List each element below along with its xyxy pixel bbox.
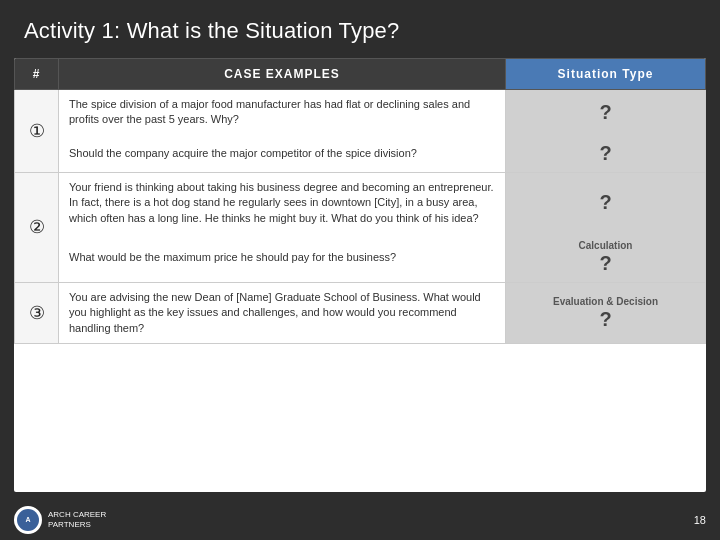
situation-type-1a: ? [506,90,706,135]
table-header-row: # CASE EXAMPLES Situation Type [15,59,706,90]
case-text-2a: Your friend is thinking about taking his… [59,172,506,233]
group-number-3: ③ [15,282,59,343]
case-text-3a: You are advising the new Dean of [Name] … [59,282,506,343]
table-row: ③ You are advising the new Dean of [Name… [15,282,706,343]
page: Activity 1: What is the Situation Type? … [0,0,720,540]
situation-type-3a: Evaluation & Decision ? [506,282,706,343]
logo-area: A ARCH CAREER PARTNERS [14,506,106,534]
table-row: ② Your friend is thinking about taking h… [15,172,706,233]
col-header-case: CASE EXAMPLES [59,59,506,90]
case-examples-table: # CASE EXAMPLES Situation Type ① The spi… [14,58,706,344]
table-row: What would be the maximum price he shoul… [15,233,706,283]
case-text-2b: What would be the maximum price he shoul… [59,233,506,283]
case-text-1a: The spice division of a major food manuf… [59,90,506,135]
logo-label: ARCH CAREER PARTNERS [48,510,106,529]
situation-type-2b: Calculation ? [506,233,706,283]
page-title: Activity 1: What is the Situation Type? [24,18,696,44]
group-number-1: ① [15,90,59,173]
col-header-situation: Situation Type [506,59,706,90]
logo-icon-text: A [25,516,30,524]
footer: A ARCH CAREER PARTNERS 18 [0,502,720,540]
table-row: Should the company acquire the major com… [15,135,706,173]
group-number-2: ② [15,172,59,282]
col-header-num: # [15,59,59,90]
logo-inner: A [17,509,39,531]
situation-type-2a: ? [506,172,706,233]
situation-type-1b: ? [506,135,706,173]
page-number: 18 [694,514,706,526]
case-text-1b: Should the company acquire the major com… [59,135,506,173]
table-row: ① The spice division of a major food man… [15,90,706,135]
main-content: # CASE EXAMPLES Situation Type ① The spi… [14,58,706,492]
logo-circle: A [14,506,42,534]
header: Activity 1: What is the Situation Type? [0,0,720,58]
